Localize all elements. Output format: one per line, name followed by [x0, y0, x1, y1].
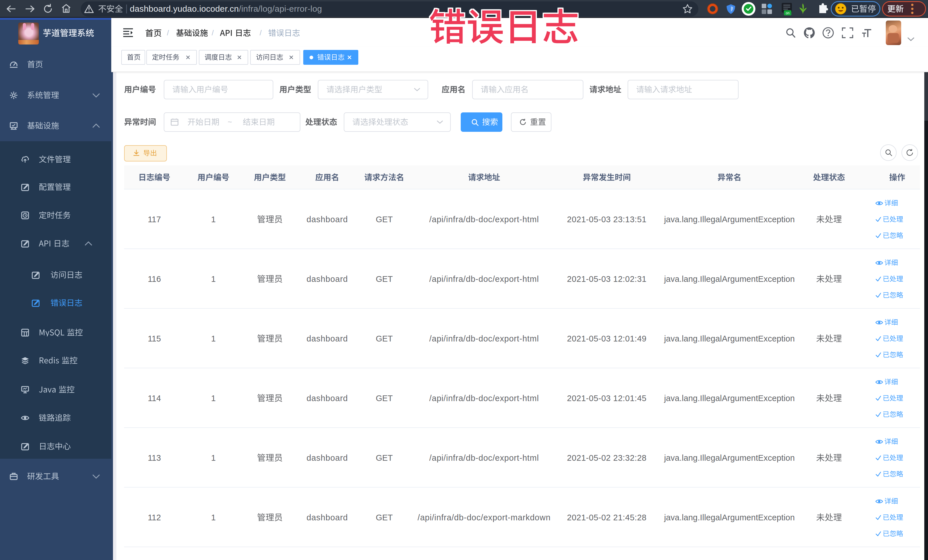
svg-text:on: on — [786, 11, 789, 15]
